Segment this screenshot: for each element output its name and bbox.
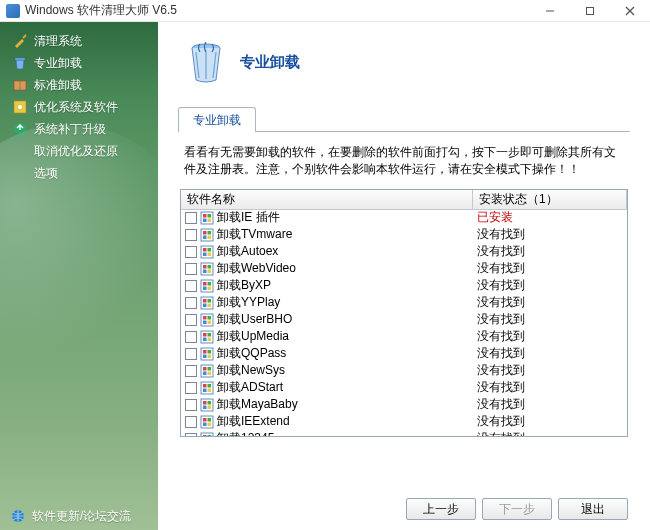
svg-rect-20 [208, 231, 212, 235]
svg-rect-69 [203, 401, 207, 405]
update-icon [12, 121, 28, 137]
svg-rect-51 [203, 337, 207, 341]
row-checkbox[interactable] [185, 331, 197, 343]
svg-rect-53 [201, 348, 213, 360]
row-checkbox[interactable] [185, 416, 197, 428]
software-icon [200, 330, 214, 344]
svg-rect-29 [203, 265, 207, 269]
next-button[interactable]: 下一步 [482, 498, 552, 520]
trash-icon [12, 55, 28, 71]
row-checkbox[interactable] [185, 263, 197, 275]
install-status: 没有找到 [473, 294, 627, 311]
svg-rect-73 [201, 416, 213, 428]
window-controls [530, 0, 650, 22]
install-status: 没有找到 [473, 396, 627, 413]
row-checkbox[interactable] [185, 229, 197, 241]
exit-button[interactable]: 退出 [558, 498, 628, 520]
svg-rect-18 [201, 229, 213, 241]
svg-rect-72 [208, 405, 212, 409]
svg-rect-14 [203, 214, 207, 218]
table-row[interactable]: 卸载MayaBaby没有找到 [181, 397, 627, 414]
row-checkbox[interactable] [185, 212, 197, 224]
svg-rect-24 [203, 248, 207, 252]
svg-rect-32 [208, 269, 212, 273]
column-header-status[interactable]: 安装状态（1） [473, 190, 627, 209]
software-name: 卸载IEExtend [217, 413, 290, 430]
install-status: 没有找到 [473, 362, 627, 379]
table-row[interactable]: 卸载UpMedia没有找到 [181, 329, 627, 346]
software-name: 卸载MayaBaby [217, 396, 298, 413]
svg-rect-70 [208, 401, 212, 405]
table-row[interactable]: 卸载ByXP没有找到 [181, 278, 627, 295]
sidebar-footer-link[interactable]: 软件更新/论坛交流 [0, 502, 158, 530]
svg-rect-48 [201, 331, 213, 343]
svg-rect-77 [208, 422, 212, 426]
table-row[interactable]: 卸载IEExtend没有找到 [181, 414, 627, 431]
svg-rect-60 [208, 367, 212, 371]
install-status: 已安装 [473, 209, 627, 226]
row-checkbox[interactable] [185, 433, 197, 437]
table-row[interactable]: 卸载12345没有找到 [181, 431, 627, 437]
wizard-buttons: 上一步 下一步 退出 [406, 498, 628, 520]
software-name: 卸载IE 插件 [217, 209, 280, 226]
sidebar-item-options[interactable]: 选项 [0, 162, 158, 184]
install-status: 没有找到 [473, 328, 627, 345]
table-header: 软件名称 安装状态（1） [181, 190, 627, 210]
svg-rect-35 [208, 282, 212, 286]
software-name: 卸载12345 [217, 430, 274, 437]
svg-rect-50 [208, 333, 212, 337]
row-checkbox[interactable] [185, 348, 197, 360]
table-row[interactable]: 卸载YYPlay没有找到 [181, 295, 627, 312]
maximize-button[interactable] [570, 0, 610, 22]
install-status: 没有找到 [473, 260, 627, 277]
software-icon [200, 398, 214, 412]
broom-icon [12, 33, 28, 49]
table-row[interactable]: 卸载ADStart没有找到 [181, 380, 627, 397]
table-row[interactable]: 卸载TVmware没有找到 [181, 227, 627, 244]
tab-pro-uninstall[interactable]: 专业卸载 [178, 107, 256, 132]
sidebar-item-std-uninstall[interactable]: 标准卸载 [0, 74, 158, 96]
svg-rect-56 [203, 354, 207, 358]
sidebar-item-patch-update[interactable]: 系统补丁升级 [0, 118, 158, 140]
svg-rect-58 [201, 365, 213, 377]
row-checkbox[interactable] [185, 365, 197, 377]
table-row[interactable]: 卸载WebVideo没有找到 [181, 261, 627, 278]
sidebar-item-label: 优化系统及软件 [34, 99, 118, 116]
prev-button[interactable]: 上一步 [406, 498, 476, 520]
svg-rect-78 [201, 433, 213, 437]
row-checkbox[interactable] [185, 280, 197, 292]
software-name: 卸载YYPlay [217, 294, 280, 311]
table-row[interactable]: 卸载Autoex没有找到 [181, 244, 627, 261]
sidebar-item-clean[interactable]: 清理系统 [0, 30, 158, 52]
close-button[interactable] [610, 0, 650, 22]
software-icon [200, 313, 214, 327]
svg-rect-40 [208, 299, 212, 303]
blank-icon [12, 143, 28, 159]
svg-rect-54 [203, 350, 207, 354]
sidebar-item-optimize[interactable]: 优化系统及软件 [0, 96, 158, 118]
svg-rect-46 [203, 320, 207, 324]
row-checkbox[interactable] [185, 314, 197, 326]
svg-rect-71 [203, 405, 207, 409]
row-checkbox[interactable] [185, 382, 197, 394]
sidebar-item-pro-uninstall[interactable]: 专业卸载 [0, 52, 158, 74]
tab-strip: 专业卸载 [178, 106, 630, 132]
sidebar-item-label: 取消优化及还原 [34, 143, 118, 160]
page-title: 专业卸载 [240, 53, 300, 72]
row-checkbox[interactable] [185, 399, 197, 411]
minimize-button[interactable] [530, 0, 570, 22]
software-name: 卸载ADStart [217, 379, 283, 396]
window-title: Windows 软件清理大师 V6.5 [25, 2, 530, 19]
table-row[interactable]: 卸载IE 插件已安装 [181, 210, 627, 227]
row-checkbox[interactable] [185, 246, 197, 258]
table-row[interactable]: 卸载NewSys没有找到 [181, 363, 627, 380]
table-row[interactable]: 卸载QQPass没有找到 [181, 346, 627, 363]
column-header-name[interactable]: 软件名称 [181, 190, 473, 209]
install-status: 没有找到 [473, 226, 627, 243]
svg-rect-55 [208, 350, 212, 354]
row-checkbox[interactable] [185, 297, 197, 309]
software-table[interactable]: 软件名称 安装状态（1） 卸载IE 插件已安装卸载TVmware没有找到卸载Au… [180, 189, 628, 437]
table-row[interactable]: 卸载UserBHO没有找到 [181, 312, 627, 329]
svg-rect-66 [203, 388, 207, 392]
sidebar-item-undo-optimize[interactable]: 取消优化及还原 [0, 140, 158, 162]
